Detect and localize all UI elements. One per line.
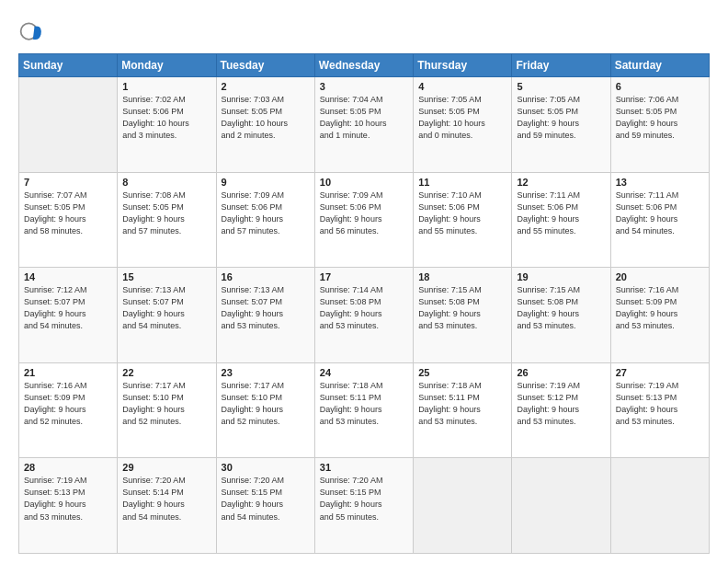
calendar: SundayMondayTuesdayWednesdayThursdayFrid… [18,53,710,554]
day-number: 8 [122,177,210,188]
day-info: Sunrise: 7:10 AM Sunset: 5:06 PM Dayligh… [418,190,506,237]
weekday-tuesday: Tuesday [216,54,314,77]
week-row-1: 7Sunrise: 7:07 AM Sunset: 5:05 PM Daylig… [19,172,710,268]
day-number: 9 [222,177,310,188]
calendar-cell: 27Sunrise: 7:19 AM Sunset: 5:13 PM Dayli… [610,362,709,458]
day-info: Sunrise: 7:20 AM Sunset: 5:14 PM Dayligh… [122,475,210,523]
day-info: Sunrise: 7:14 AM Sunset: 5:08 PM Dayligh… [320,284,408,332]
day-number: 10 [320,177,408,188]
weekday-saturday: Saturday [610,54,709,77]
header [18,15,710,44]
day-info: Sunrise: 7:20 AM Sunset: 5:15 PM Dayligh… [320,475,408,523]
calendar-cell: 15Sunrise: 7:13 AM Sunset: 5:07 PM Dayli… [118,268,216,363]
weekday-sunday: Sunday [19,54,118,77]
day-number: 19 [517,271,605,282]
day-number: 5 [517,81,605,92]
day-info: Sunrise: 7:06 AM Sunset: 5:05 PM Dayligh… [616,94,704,142]
calendar-cell: 29Sunrise: 7:20 AM Sunset: 5:14 PM Dayli… [118,458,216,554]
weekday-monday: Monday [118,54,216,77]
day-info: Sunrise: 7:09 AM Sunset: 5:06 PM Dayligh… [320,190,408,237]
calendar-cell: 18Sunrise: 7:15 AM Sunset: 5:08 PM Dayli… [414,268,512,363]
day-info: Sunrise: 7:18 AM Sunset: 5:11 PM Dayligh… [320,380,408,428]
day-number: 4 [418,81,506,92]
calendar-cell: 4Sunrise: 7:05 AM Sunset: 5:05 PM Daylig… [414,77,512,173]
day-info: Sunrise: 7:18 AM Sunset: 5:11 PM Dayligh… [418,380,506,428]
calendar-cell: 26Sunrise: 7:19 AM Sunset: 5:12 PM Dayli… [512,362,610,458]
day-number: 20 [616,271,704,282]
calendar-cell: 28Sunrise: 7:19 AM Sunset: 5:13 PM Dayli… [19,458,118,554]
calendar-cell: 22Sunrise: 7:17 AM Sunset: 5:10 PM Dayli… [118,362,216,458]
calendar-body: 1Sunrise: 7:02 AM Sunset: 5:06 PM Daylig… [19,77,710,554]
week-row-2: 14Sunrise: 7:12 AM Sunset: 5:07 PM Dayli… [19,268,710,363]
calendar-cell: 11Sunrise: 7:10 AM Sunset: 5:06 PM Dayli… [414,172,512,268]
day-number: 15 [122,271,210,282]
week-row-0: 1Sunrise: 7:02 AM Sunset: 5:06 PM Daylig… [19,77,710,173]
day-number: 3 [320,81,408,92]
day-info: Sunrise: 7:08 AM Sunset: 5:05 PM Dayligh… [122,190,210,237]
day-info: Sunrise: 7:17 AM Sunset: 5:10 PM Dayligh… [222,380,310,428]
day-number: 29 [122,462,210,473]
day-info: Sunrise: 7:05 AM Sunset: 5:05 PM Dayligh… [517,94,605,142]
day-info: Sunrise: 7:20 AM Sunset: 5:15 PM Dayligh… [222,475,310,523]
calendar-cell: 1Sunrise: 7:02 AM Sunset: 5:06 PM Daylig… [118,77,216,173]
day-number: 14 [24,271,112,282]
page: SundayMondayTuesdayWednesdayThursdayFrid… [0,0,728,563]
calendar-header: SundayMondayTuesdayWednesdayThursdayFrid… [19,54,710,77]
weekday-thursday: Thursday [414,54,512,77]
day-number: 28 [24,462,112,473]
day-info: Sunrise: 7:19 AM Sunset: 5:13 PM Dayligh… [616,380,704,428]
logo [18,15,48,44]
day-info: Sunrise: 7:17 AM Sunset: 5:10 PM Dayligh… [122,380,210,428]
weekday-wednesday: Wednesday [314,54,413,77]
calendar-cell: 13Sunrise: 7:11 AM Sunset: 5:06 PM Dayli… [610,172,709,268]
day-number: 12 [517,177,605,188]
day-number: 7 [24,177,112,188]
calendar-cell: 14Sunrise: 7:12 AM Sunset: 5:07 PM Dayli… [19,268,118,363]
calendar-cell: 12Sunrise: 7:11 AM Sunset: 5:06 PM Dayli… [512,172,610,268]
day-number: 11 [418,177,506,188]
day-number: 2 [222,81,310,92]
calendar-cell: 17Sunrise: 7:14 AM Sunset: 5:08 PM Dayli… [314,268,413,363]
day-info: Sunrise: 7:05 AM Sunset: 5:05 PM Dayligh… [418,94,506,142]
day-info: Sunrise: 7:13 AM Sunset: 5:07 PM Dayligh… [122,284,210,332]
day-info: Sunrise: 7:19 AM Sunset: 5:13 PM Dayligh… [24,475,112,523]
week-row-3: 21Sunrise: 7:16 AM Sunset: 5:09 PM Dayli… [19,362,710,458]
calendar-cell: 2Sunrise: 7:03 AM Sunset: 5:05 PM Daylig… [216,77,314,173]
day-info: Sunrise: 7:13 AM Sunset: 5:07 PM Dayligh… [222,284,310,332]
logo-icon [18,18,44,44]
calendar-cell: 7Sunrise: 7:07 AM Sunset: 5:05 PM Daylig… [19,172,118,268]
day-info: Sunrise: 7:02 AM Sunset: 5:06 PM Dayligh… [122,94,210,142]
weekday-header-row: SundayMondayTuesdayWednesdayThursdayFrid… [19,54,710,77]
calendar-cell: 24Sunrise: 7:18 AM Sunset: 5:11 PM Dayli… [314,362,413,458]
day-info: Sunrise: 7:16 AM Sunset: 5:09 PM Dayligh… [616,284,704,332]
calendar-cell: 3Sunrise: 7:04 AM Sunset: 5:05 PM Daylig… [314,77,413,173]
day-info: Sunrise: 7:03 AM Sunset: 5:05 PM Dayligh… [222,94,310,142]
day-number: 26 [517,367,605,378]
calendar-cell [414,458,512,554]
day-number: 18 [418,271,506,282]
day-number: 16 [222,271,310,282]
calendar-cell: 20Sunrise: 7:16 AM Sunset: 5:09 PM Dayli… [610,268,709,363]
day-info: Sunrise: 7:16 AM Sunset: 5:09 PM Dayligh… [24,380,112,428]
calendar-cell: 16Sunrise: 7:13 AM Sunset: 5:07 PM Dayli… [216,268,314,363]
day-info: Sunrise: 7:15 AM Sunset: 5:08 PM Dayligh… [418,284,506,332]
day-number: 23 [222,367,310,378]
day-number: 17 [320,271,408,282]
day-info: Sunrise: 7:11 AM Sunset: 5:06 PM Dayligh… [616,190,704,237]
day-info: Sunrise: 7:04 AM Sunset: 5:05 PM Dayligh… [320,94,408,142]
calendar-cell: 25Sunrise: 7:18 AM Sunset: 5:11 PM Dayli… [414,362,512,458]
calendar-cell: 31Sunrise: 7:20 AM Sunset: 5:15 PM Dayli… [314,458,413,554]
day-number: 22 [122,367,210,378]
day-number: 6 [616,81,704,92]
calendar-cell: 30Sunrise: 7:20 AM Sunset: 5:15 PM Dayli… [216,458,314,554]
day-number: 24 [320,367,408,378]
day-info: Sunrise: 7:15 AM Sunset: 5:08 PM Dayligh… [517,284,605,332]
day-info: Sunrise: 7:11 AM Sunset: 5:06 PM Dayligh… [517,190,605,237]
day-info: Sunrise: 7:07 AM Sunset: 5:05 PM Dayligh… [24,190,112,237]
day-info: Sunrise: 7:12 AM Sunset: 5:07 PM Dayligh… [24,284,112,332]
weekday-friday: Friday [512,54,610,77]
calendar-cell [19,77,118,173]
day-info: Sunrise: 7:19 AM Sunset: 5:12 PM Dayligh… [517,380,605,428]
day-number: 1 [122,81,210,92]
calendar-cell [610,458,709,554]
